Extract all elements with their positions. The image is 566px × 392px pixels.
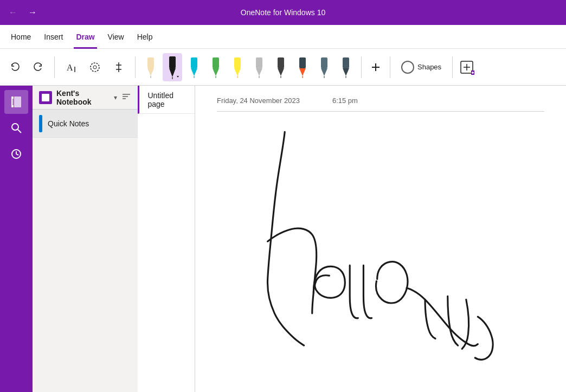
svg-rect-35 xyxy=(343,57,349,68)
pen-dark[interactable] xyxy=(336,53,356,81)
sep3 xyxy=(361,56,362,78)
svg-marker-36 xyxy=(343,68,349,76)
page-item-label: Untitled page xyxy=(148,91,186,108)
svg-text:A: A xyxy=(67,63,73,72)
sidebar-icon-notebooks[interactable] xyxy=(4,90,28,114)
menu-help[interactable]: Help xyxy=(131,25,159,49)
page-item-untitled[interactable]: Untitled page xyxy=(138,86,195,114)
sep4 xyxy=(390,56,390,78)
sep5 xyxy=(452,56,453,78)
svg-marker-15 xyxy=(191,68,197,76)
svg-point-2 xyxy=(91,63,99,72)
section-name: Quick Notes xyxy=(48,119,89,128)
svg-rect-17 xyxy=(213,57,219,68)
type-tool-button[interactable]: A xyxy=(60,53,82,81)
pen-gray1[interactable] xyxy=(249,53,269,81)
svg-marker-33 xyxy=(321,68,327,76)
notebook-icon xyxy=(39,91,52,104)
back-button[interactable]: ← xyxy=(4,4,22,21)
section-quick-notes[interactable]: Quick Notes xyxy=(33,110,138,138)
svg-rect-10 xyxy=(169,56,176,68)
undo-button[interactable] xyxy=(4,53,26,81)
svg-rect-20 xyxy=(234,57,241,68)
handwriting-svg xyxy=(195,118,566,392)
ribbon: A xyxy=(0,49,566,86)
undo-redo-group xyxy=(4,53,49,81)
insert-button[interactable] xyxy=(458,59,475,76)
svg-rect-51 xyxy=(42,94,49,101)
svg-marker-24 xyxy=(256,68,262,76)
shapes-button[interactable]: Shapes xyxy=(396,56,447,78)
note-time: 6:15 pm xyxy=(332,97,358,105)
forward-button[interactable]: → xyxy=(24,4,41,21)
pen-yellow[interactable] xyxy=(228,53,247,81)
svg-marker-8 xyxy=(147,68,154,76)
note-canvas: Friday, 24 November 2023 6:15 pm xyxy=(195,86,566,392)
pen-beige[interactable] xyxy=(141,53,160,81)
pen-navy[interactable] xyxy=(293,53,312,81)
svg-marker-13 xyxy=(177,76,179,78)
title-bar: ← → OneNote for Windows 10 xyxy=(0,0,566,25)
menu-view[interactable]: View xyxy=(101,25,131,49)
notebook-chevron[interactable]: ▾ xyxy=(114,94,117,101)
svg-marker-18 xyxy=(213,68,219,76)
sidebar-icon-search[interactable] xyxy=(4,116,28,140)
svg-line-49 xyxy=(18,130,21,133)
left-sidebar xyxy=(0,86,33,392)
svg-marker-30 xyxy=(299,68,306,76)
redo-button[interactable] xyxy=(27,53,49,81)
handwriting-area[interactable] xyxy=(195,118,566,392)
pen-green[interactable] xyxy=(206,53,226,81)
svg-marker-21 xyxy=(234,68,241,76)
shapes-label: Shapes xyxy=(417,63,441,71)
svg-marker-11 xyxy=(169,68,176,77)
add-pen-button[interactable] xyxy=(367,59,384,76)
notebook-header: Kent's Notebook ▾ xyxy=(33,86,138,110)
svg-rect-29 xyxy=(299,57,306,68)
sep1 xyxy=(54,56,55,78)
eraser-tool-button[interactable] xyxy=(108,53,130,81)
sections-and-pages: Kent's Notebook ▾ Quick Notes Untitl xyxy=(33,86,195,392)
menu-home[interactable]: Home xyxy=(4,25,37,49)
svg-rect-14 xyxy=(191,57,197,68)
svg-rect-7 xyxy=(147,57,154,68)
nav-arrows: ← → xyxy=(4,4,41,21)
shapes-icon xyxy=(401,61,414,74)
svg-rect-23 xyxy=(256,57,262,68)
main-content: Kent's Notebook ▾ Quick Notes Untitl xyxy=(0,86,566,392)
note-date: Friday, 24 November 2023 xyxy=(217,97,300,105)
section-tab xyxy=(39,115,42,132)
sidebar-icon-recent[interactable] xyxy=(4,142,28,166)
svg-rect-26 xyxy=(278,57,284,68)
note-header: Friday, 24 November 2023 6:15 pm xyxy=(217,97,544,112)
sections-column: Kent's Notebook ▾ Quick Notes xyxy=(33,86,138,392)
pen-darkgray[interactable] xyxy=(271,53,291,81)
menu-draw[interactable]: Draw xyxy=(69,25,101,49)
page-list: Untitled page xyxy=(138,86,196,392)
pen-black[interactable] xyxy=(163,53,182,81)
svg-marker-27 xyxy=(278,68,284,76)
pen-cyan[interactable] xyxy=(184,53,204,81)
lasso-tool-button[interactable] xyxy=(84,53,106,81)
sep2 xyxy=(135,56,136,78)
menu-bar: Home Insert Draw View Help xyxy=(0,25,566,49)
sort-button[interactable] xyxy=(121,92,131,104)
svg-point-3 xyxy=(93,66,97,69)
svg-rect-32 xyxy=(321,57,327,68)
notebook-title: Kent's Notebook xyxy=(56,89,110,106)
svg-rect-46 xyxy=(14,97,21,107)
app-title: OneNote for Windows 10 xyxy=(241,8,325,17)
pen-orange[interactable] xyxy=(314,53,334,81)
svg-point-48 xyxy=(12,124,18,130)
menu-insert[interactable]: Insert xyxy=(37,25,69,49)
